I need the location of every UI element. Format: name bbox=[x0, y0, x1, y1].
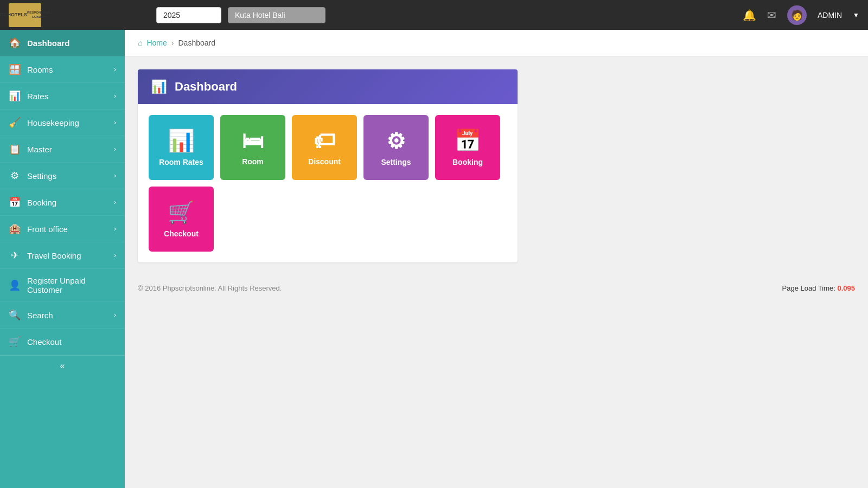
year-input[interactable] bbox=[156, 7, 221, 23]
tile-label-room-rates: Room Rates bbox=[159, 158, 203, 167]
tile-label-checkout: Checkout bbox=[164, 229, 199, 239]
sidebar-label-search: Search bbox=[27, 311, 53, 320]
sidebar-item-master[interactable]: 📋 Master › bbox=[0, 136, 125, 163]
sidebar-icon-settings: ⚙ bbox=[9, 170, 21, 182]
sidebar-label-master: Master bbox=[27, 145, 52, 154]
tiles-grid: 📊 Room Rates 🛏 Room 🏷 Discount ⚙ Setting… bbox=[138, 104, 518, 262]
tile-icon-settings: ⚙ bbox=[386, 129, 406, 153]
sidebar-label-housekeeping: Housekeeping bbox=[27, 118, 79, 127]
breadcrumb: ⌂ Home › Dashboard bbox=[125, 30, 868, 56]
admin-label: ADMIN bbox=[818, 11, 842, 20]
tile-icon-room-rates: 📊 bbox=[168, 128, 195, 153]
avatar: 🧑 bbox=[787, 5, 807, 25]
sidebar-item-settings[interactable]: ⚙ Settings › bbox=[0, 163, 125, 189]
sidebar-item-dashboard[interactable]: 🏠 Dashboard bbox=[0, 30, 125, 56]
tile-room-rates[interactable]: 📊 Room Rates bbox=[149, 115, 214, 180]
sidebar-icon-booking: 📅 bbox=[9, 196, 21, 208]
tile-label-booking: Booking bbox=[452, 158, 483, 167]
main-content: ⌂ Home › Dashboard 📊 Dashboard 📊 Room Ra… bbox=[125, 30, 868, 488]
tile-label-room: Room bbox=[242, 157, 264, 166]
sidebar-label-booking: Booking bbox=[27, 198, 56, 207]
home-icon: ⌂ bbox=[138, 38, 142, 47]
sidebar-icon-register-unpaid: 👤 bbox=[9, 279, 21, 291]
layout: 🏠 Dashboard 🪟 Rooms › 📊 Rates › 🧹 Housek… bbox=[0, 30, 868, 488]
sidebar-collapse-button[interactable]: « bbox=[0, 355, 125, 376]
tile-booking[interactable]: 📅 Booking bbox=[435, 115, 500, 180]
sidebar-item-checkout[interactable]: 🛒 Checkout bbox=[0, 329, 125, 355]
dashboard-header-icon: 📊 bbox=[151, 79, 167, 94]
bell-icon[interactable]: 🔔 bbox=[743, 9, 756, 22]
tile-label-discount: Discount bbox=[308, 157, 341, 166]
sidebar-label-settings: Settings bbox=[27, 171, 56, 181]
sidebar-icon-rates: 📊 bbox=[9, 90, 21, 102]
breadcrumb-separator: › bbox=[171, 38, 174, 47]
sidebar-item-rates[interactable]: 📊 Rates › bbox=[0, 83, 125, 110]
mail-icon[interactable]: ✉ bbox=[767, 9, 776, 22]
admin-dropdown-arrow[interactable]: ▼ bbox=[853, 11, 859, 19]
sidebar-label-rooms: Rooms bbox=[27, 65, 53, 74]
dashboard-card: 📊 Dashboard 📊 Room Rates 🛏 Room 🏷 Discou… bbox=[138, 69, 518, 262]
tile-icon-booking: 📅 bbox=[454, 128, 481, 153]
sidebar-arrow-master: › bbox=[114, 145, 116, 153]
sidebar-item-travel-booking[interactable]: ✈ Travel Booking › bbox=[0, 242, 125, 269]
tile-label-settings: Settings bbox=[381, 158, 411, 167]
sidebar-label-register-unpaid: Register Unpaid Customer bbox=[27, 276, 116, 294]
copyright: © 2016 Phpscriptsonline. All Rights Rese… bbox=[138, 284, 282, 292]
sidebar-arrow-rooms: › bbox=[114, 66, 116, 73]
sidebar-label-rates: Rates bbox=[27, 92, 48, 101]
sidebar-arrow-housekeeping: › bbox=[114, 119, 116, 126]
sidebar: 🏠 Dashboard 🪟 Rooms › 📊 Rates › 🧹 Housek… bbox=[0, 30, 125, 488]
logo: ITC HOTELS RESPONSIBLE LUXURY bbox=[9, 3, 41, 27]
sidebar-arrow-front-office: › bbox=[114, 225, 116, 233]
tile-room[interactable]: 🛏 Room bbox=[220, 115, 285, 180]
tile-icon-checkout: 🛒 bbox=[168, 200, 195, 225]
sidebar-icon-front-office: 🏨 bbox=[9, 223, 21, 235]
sidebar-arrow-search: › bbox=[114, 311, 116, 319]
dashboard-header: 📊 Dashboard bbox=[138, 69, 518, 104]
sidebar-icon-search: 🔍 bbox=[9, 309, 21, 321]
sidebar-label-dashboard: Dashboard bbox=[27, 38, 69, 48]
sidebar-arrow-travel-booking: › bbox=[114, 252, 116, 259]
sidebar-item-register-unpaid[interactable]: 👤 Register Unpaid Customer bbox=[0, 269, 125, 302]
tile-checkout[interactable]: 🛒 Checkout bbox=[149, 187, 214, 252]
sidebar-icon-dashboard: 🏠 bbox=[9, 37, 21, 49]
dashboard-title: Dashboard bbox=[175, 80, 237, 94]
page-load: Page Load Time: 0.095 bbox=[782, 284, 855, 292]
sidebar-icon-travel-booking: ✈ bbox=[9, 249, 21, 261]
page-load-label: Page Load Time: bbox=[782, 284, 835, 292]
sidebar-label-travel-booking: Travel Booking bbox=[27, 251, 81, 260]
tile-icon-discount: 🏷 bbox=[314, 129, 335, 153]
sidebar-label-front-office: Front office bbox=[27, 224, 68, 234]
sidebar-item-search[interactable]: 🔍 Search › bbox=[0, 302, 125, 329]
topnav: ITC HOTELS RESPONSIBLE LUXURY 🔔 ✉ 🧑 ADMI… bbox=[0, 0, 868, 30]
footer: © 2016 Phpscriptsonline. All Rights Rese… bbox=[125, 275, 868, 301]
sidebar-item-housekeeping[interactable]: 🧹 Housekeeping › bbox=[0, 110, 125, 136]
page-load-value: 0.095 bbox=[837, 284, 855, 292]
sidebar-icon-housekeeping: 🧹 bbox=[9, 117, 21, 129]
sidebar-icon-master: 📋 bbox=[9, 143, 21, 155]
breadcrumb-home[interactable]: Home bbox=[146, 38, 167, 47]
sidebar-item-front-office[interactable]: 🏨 Front office › bbox=[0, 216, 125, 242]
tile-icon-room: 🛏 bbox=[242, 129, 264, 153]
breadcrumb-current: Dashboard bbox=[178, 38, 216, 47]
sidebar-icon-rooms: 🪟 bbox=[9, 63, 21, 75]
tile-discount[interactable]: 🏷 Discount bbox=[292, 115, 357, 180]
tile-settings[interactable]: ⚙ Settings bbox=[363, 115, 429, 180]
sidebar-arrow-rates: › bbox=[114, 92, 116, 100]
sidebar-item-booking[interactable]: 📅 Booking › bbox=[0, 189, 125, 216]
topnav-right: 🔔 ✉ 🧑 ADMIN ▼ bbox=[743, 5, 859, 25]
sidebar-label-checkout: Checkout bbox=[27, 337, 61, 346]
sidebar-arrow-booking: › bbox=[114, 198, 116, 206]
sidebar-item-rooms[interactable]: 🪟 Rooms › bbox=[0, 56, 125, 83]
sidebar-arrow-settings: › bbox=[114, 172, 116, 179]
hotel-input[interactable] bbox=[228, 7, 326, 23]
content-area: 📊 Dashboard 📊 Room Rates 🛏 Room 🏷 Discou… bbox=[125, 56, 868, 275]
sidebar-icon-checkout: 🛒 bbox=[9, 336, 21, 348]
